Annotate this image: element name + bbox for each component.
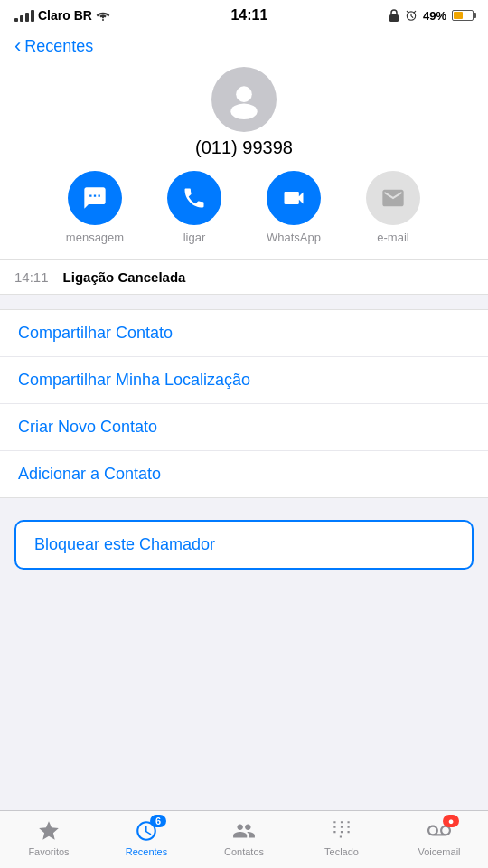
chat-icon [82, 185, 108, 211]
tab-voicemail[interactable]: ● Voicemail [390, 818, 488, 857]
alarm-icon [405, 9, 418, 22]
message-button[interactable]: mensagem [54, 171, 136, 244]
star-icon [34, 818, 63, 844]
svg-rect-0 [389, 14, 399, 22]
recents-label: Recentes [126, 846, 167, 857]
phone-icon [182, 185, 207, 211]
contacts-icon [230, 818, 258, 844]
svg-point-3 [230, 103, 257, 119]
add-to-contact-item[interactable]: Adicionar a Contato [0, 451, 488, 497]
chevron-left-icon: ‹ [14, 36, 21, 56]
block-caller-button[interactable]: Bloquear este Chamador [16, 522, 472, 568]
whatsapp-icon-bg [267, 171, 321, 225]
status-right: 49% [389, 9, 474, 23]
back-label: Recentes [24, 37, 93, 56]
call-status: Ligação Cancelada [63, 269, 186, 285]
tab-favorites[interactable]: Favoritos [0, 818, 98, 857]
email-label: e-mail [377, 231, 408, 244]
options-list: Compartilhar Contato Compartilhar Minha … [0, 309, 488, 498]
keypad-label: Teclado [324, 846, 359, 857]
share-contact-item[interactable]: Compartilhar Contato [0, 310, 488, 357]
svg-point-2 [236, 86, 252, 102]
tab-contacts[interactable]: Contatos [195, 818, 293, 857]
status-carrier: Claro BR [14, 8, 110, 23]
status-time: 14:11 [230, 7, 267, 24]
status-bar: Claro BR 14:11 49% [0, 0, 488, 27]
contacts-label: Contatos [224, 846, 264, 857]
wifi-icon [96, 10, 110, 21]
recents-icon: 6 [132, 818, 161, 844]
block-section: Bloquear este Chamador [14, 520, 474, 570]
call-button[interactable]: ligar [154, 171, 235, 244]
create-contact-item[interactable]: Criar Novo Contato [0, 404, 488, 451]
share-location-item[interactable]: Compartilhar Minha Localização [0, 357, 488, 404]
lock-icon [389, 9, 399, 22]
tab-recents[interactable]: 6 Recentes [98, 818, 195, 857]
call-label: ligar [183, 231, 206, 244]
header-top: ‹ Recentes [0, 27, 488, 60]
email-button[interactable]: e-mail [352, 171, 434, 244]
avatar [211, 67, 277, 132]
message-icon-bg [68, 171, 122, 225]
call-info: 14:11 Ligação Cancelada [0, 259, 488, 295]
avatar-icon [224, 80, 264, 119]
voicemail-badge: ● [443, 815, 459, 827]
recents-badge: 6 [150, 815, 166, 827]
voicemail-icon: ● [425, 818, 454, 844]
tab-bar: Favoritos 6 Recentes Contatos Teclado [0, 810, 488, 868]
battery-icon [452, 10, 474, 21]
phone-number: (011) 99398 [195, 137, 293, 158]
keypad-icon [327, 818, 356, 844]
mail-icon [380, 185, 406, 211]
contact-header: ‹ Recentes (011) 99398 mensagem [0, 27, 488, 259]
whatsapp-button[interactable]: WhatsApp [253, 171, 334, 244]
message-label: mensagem [66, 231, 124, 244]
action-buttons: mensagem ligar WhatsApp [0, 171, 488, 244]
call-time: 14:11 [14, 269, 49, 285]
back-button[interactable]: ‹ Recentes [14, 36, 93, 56]
tab-keypad[interactable]: Teclado [293, 818, 390, 857]
whatsapp-label: WhatsApp [267, 231, 321, 244]
call-icon-bg [167, 171, 221, 225]
video-icon [281, 185, 306, 211]
favorites-label: Favoritos [28, 846, 69, 857]
voicemail-label: Voicemail [418, 846, 460, 857]
signal-icon [14, 10, 34, 22]
email-icon-bg [366, 171, 420, 225]
